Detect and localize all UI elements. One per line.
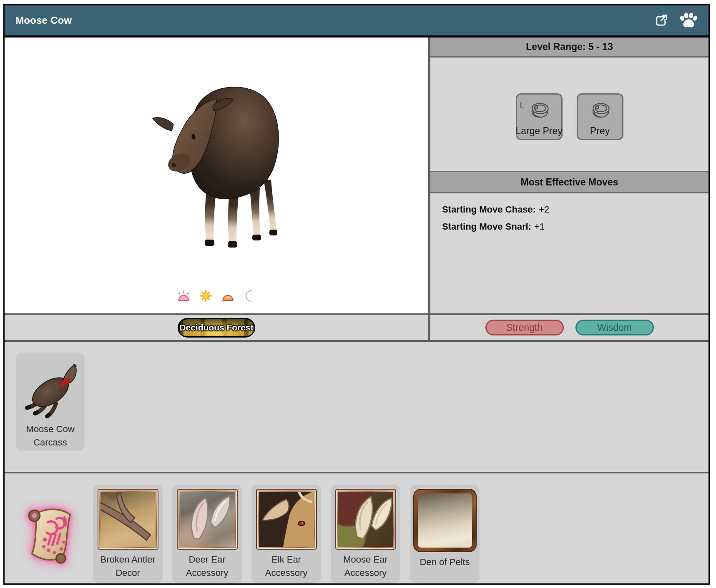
item-card-elk-ear-accessory[interactable]: Elk Ear Accessory [251, 485, 321, 583]
drops-section: Moose Cow Carcass [5, 342, 708, 473]
moose-ear-image [338, 492, 393, 547]
biome-cell: Deciduous Forest [5, 315, 428, 340]
sunset-icon [221, 290, 235, 302]
creature-window: Moose Cow [3, 4, 710, 585]
habitat-row: Deciduous Forest Strength Wisdom [5, 315, 708, 342]
item-card-moose-ear-accessory[interactable]: Moose Ear Accessory [331, 485, 400, 583]
crafting-section: Broken Antler Decor Deer Ear Accessory [5, 473, 708, 583]
move-row: Starting Move Snarl:+1 [442, 221, 704, 232]
title-bar: Moose Cow [5, 5, 708, 38]
recipe-scroll-icon[interactable] [20, 503, 79, 564]
elk-ear-image [259, 492, 314, 547]
carcass-image [19, 357, 82, 419]
stats-panel: Level Range: 5 - 13 L [430, 38, 708, 313]
move-label: Starting Move Chase: [442, 204, 536, 215]
creature-panel [5, 38, 428, 313]
steak-icon: L [526, 100, 552, 124]
item-label: Deer Ear Accessory [176, 553, 239, 580]
large-prey-tag: L [520, 100, 525, 110]
item-label: Den of Pelts [414, 555, 476, 569]
time-of-day-row [177, 290, 256, 302]
item-card-deer-ear-accessory[interactable]: Deer Ear Accessory [172, 485, 242, 583]
carcass-card[interactable]: Moose Cow Carcass [16, 353, 85, 451]
move-label: Starting Move Snarl: [442, 221, 531, 232]
prey-label: Large Prey [515, 125, 563, 137]
item-image-frame [256, 489, 317, 550]
prey-label: Prey [590, 125, 610, 137]
header-actions [653, 12, 698, 29]
biome-label: Deciduous Forest [179, 323, 253, 333]
den-image-frame [413, 489, 477, 552]
external-link-icon[interactable] [653, 13, 669, 28]
item-label: Elk Ear Accessory [255, 553, 318, 580]
level-range-header: Level Range: 5 - 13 [430, 38, 708, 58]
skills-cell: Strength Wisdom [430, 315, 708, 340]
moves-header: Most Effective Moves [430, 171, 708, 193]
item-image-frame [98, 489, 158, 550]
moose-illustration [143, 55, 291, 254]
item-card-den-of-pelts[interactable]: Den of Pelts [410, 485, 480, 583]
paw-icon[interactable] [678, 12, 698, 29]
item-label: Moose Ear Accessory [334, 553, 397, 580]
crafting-items: Broken Antler Decor Deer Ear Accessory [93, 485, 480, 583]
prey-section: L Large Prey [430, 58, 708, 171]
item-card-broken-antler-decor[interactable]: Broken Antler Decor [93, 485, 163, 583]
prey-buttons: L Large Prey [516, 93, 623, 140]
carcass-label: Moose Cow Carcass [19, 423, 82, 449]
prey-button[interactable]: Prey [577, 93, 623, 140]
move-row: Starting Move Chase:+2 [442, 204, 704, 215]
broken-antler-image [100, 492, 156, 547]
page: Moose Cow [0, 0, 716, 588]
page-title: Moose Cow [15, 15, 653, 26]
biome-badge[interactable]: Deciduous Forest [178, 318, 255, 338]
move-value: +1 [534, 221, 545, 232]
wisdom-button[interactable]: Wisdom [575, 320, 654, 335]
strength-button[interactable]: Strength [485, 320, 564, 335]
steak-icon [587, 100, 613, 124]
main-row: Level Range: 5 - 13 L [5, 38, 708, 315]
sunrise-icon [177, 290, 191, 302]
deer-ear-image [180, 492, 235, 547]
moves-list: Starting Move Chase:+2 Starting Move Sna… [430, 193, 708, 313]
item-image-frame [177, 489, 238, 550]
night-icon [244, 290, 256, 302]
item-image-frame [335, 489, 396, 550]
move-value: +2 [539, 204, 549, 215]
item-label: Broken Antler Decor [97, 553, 159, 580]
large-prey-button[interactable]: L Large Prey [516, 93, 563, 140]
day-icon [199, 290, 213, 302]
den-of-pelts-image [418, 493, 472, 548]
